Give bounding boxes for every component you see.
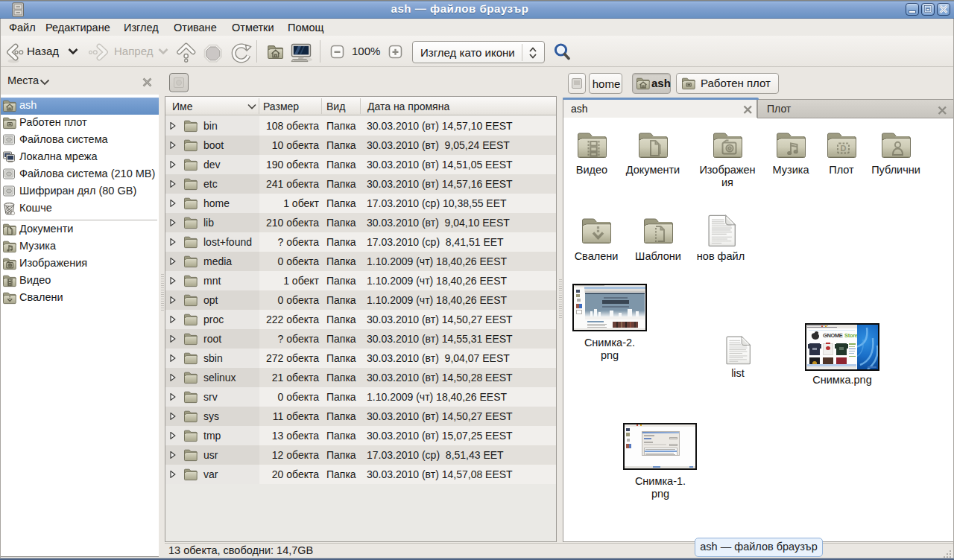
svg-text:D: D [841, 144, 847, 153]
